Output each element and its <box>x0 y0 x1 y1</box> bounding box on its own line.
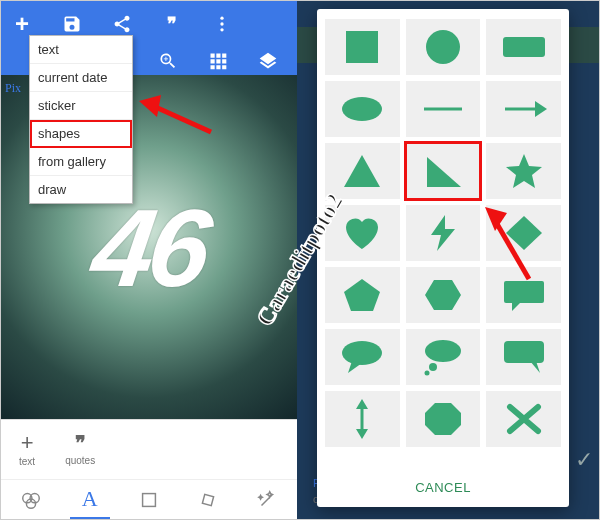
plus-icon: + <box>21 432 34 454</box>
svg-rect-19 <box>504 341 544 363</box>
svg-point-11 <box>342 97 382 121</box>
share-icon[interactable] <box>111 13 133 35</box>
svg-point-16 <box>425 340 461 362</box>
svg-point-1 <box>220 22 223 25</box>
save-icon[interactable] <box>61 13 83 35</box>
layers-icon[interactable] <box>257 50 279 72</box>
add-text-button[interactable]: + text <box>19 432 35 467</box>
cancel-button[interactable]: CANCEL <box>317 470 569 507</box>
more-icon[interactable] <box>211 13 233 35</box>
shape-bolt[interactable] <box>406 205 481 261</box>
svg-point-17 <box>429 363 437 371</box>
shape-pentagon[interactable] <box>325 267 400 323</box>
svg-rect-10 <box>503 37 545 57</box>
annotation-arrow-right <box>481 199 551 289</box>
svg-point-2 <box>220 28 223 31</box>
confirm-check-icon[interactable]: ✓ <box>575 447 593 473</box>
tab-crop[interactable] <box>129 481 169 519</box>
menu-item-shapes[interactable]: shapes <box>30 120 132 148</box>
add-menu-dropdown: text current date sticker shapes from ga… <box>29 35 133 204</box>
shape-line[interactable] <box>406 81 481 137</box>
shape-rect-rounded[interactable] <box>486 19 561 75</box>
app-brand: Pix <box>5 81 21 96</box>
svg-point-9 <box>426 30 460 64</box>
shape-octagon[interactable] <box>406 391 481 447</box>
svg-point-18 <box>424 371 429 376</box>
bottom-tabs: A <box>1 479 297 519</box>
svg-rect-7 <box>203 494 214 505</box>
shape-right-triangle[interactable] <box>406 143 481 199</box>
shape-square[interactable] <box>325 19 400 75</box>
shape-ellipse[interactable] <box>325 81 400 137</box>
svg-rect-6 <box>143 493 156 506</box>
shape-speech-oval[interactable] <box>325 329 400 385</box>
add-quotes-button[interactable]: ❞ quotes <box>65 433 95 466</box>
add-icon[interactable]: + <box>11 13 33 35</box>
tab-wand[interactable] <box>247 481 287 519</box>
shape-heart[interactable] <box>325 205 400 261</box>
add-text-label: text <box>19 456 35 467</box>
annotation-arrow-left <box>131 87 221 147</box>
shape-star[interactable] <box>486 143 561 199</box>
shape-circle[interactable] <box>406 19 481 75</box>
menu-item-sticker[interactable]: sticker <box>30 92 132 120</box>
tab-filter[interactable] <box>11 481 51 519</box>
shape-arrow-right[interactable] <box>486 81 561 137</box>
svg-rect-8 <box>346 31 378 63</box>
phone-left-screen: + ❞ <box>1 1 297 519</box>
bottom-strip: + text ❞ quotes <box>1 419 297 479</box>
svg-point-15 <box>342 341 382 365</box>
shape-double-arrow-v[interactable] <box>325 391 400 447</box>
quotes-icon: ❞ <box>75 433 86 453</box>
menu-item-current-date[interactable]: current date <box>30 64 132 92</box>
add-quotes-label: quotes <box>65 455 95 466</box>
svg-point-0 <box>220 17 223 20</box>
shape-callout[interactable] <box>486 329 561 385</box>
quote-icon[interactable]: ❞ <box>161 13 183 35</box>
shape-triangle[interactable] <box>325 143 400 199</box>
shape-x[interactable] <box>486 391 561 447</box>
tab-rotate[interactable] <box>188 481 228 519</box>
phone-right-screen: ✓ Fi opa <box>297 1 599 519</box>
menu-item-draw[interactable]: draw <box>30 176 132 203</box>
tab-letter[interactable]: A <box>70 481 110 519</box>
shape-hexagon[interactable] <box>406 267 481 323</box>
shape-thought-bubble[interactable] <box>406 329 481 385</box>
menu-item-text[interactable]: text <box>30 36 132 64</box>
zoom-icon[interactable] <box>157 50 179 72</box>
menu-item-from-gallery[interactable]: from gallery <box>30 148 132 176</box>
grid-icon[interactable] <box>207 50 229 72</box>
